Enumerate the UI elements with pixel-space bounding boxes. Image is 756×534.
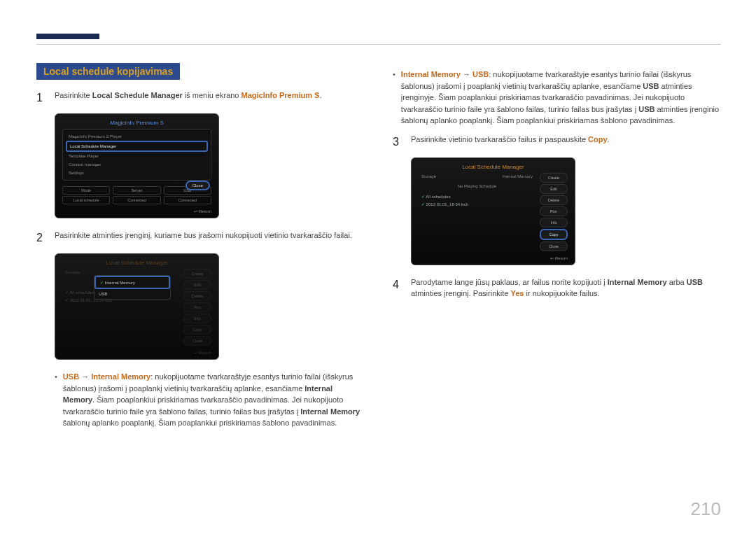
noplay: No Playing Schedule: [419, 180, 536, 192]
bullet-text: Internal Memory → USB: nukopijuotame tva…: [401, 69, 721, 127]
menu-item[interactable]: MagicInfo Premium S Player: [66, 132, 208, 141]
bullet-internal-to-usb: • Internal Memory → USB: nukopijuotame t…: [393, 69, 721, 127]
lsm-buttons: Create Edit Delete Run Info Copy Close: [183, 269, 211, 346]
right-column: • Internal Memory → USB: nukopijuotame t…: [393, 63, 721, 433]
menu-item[interactable]: Content manager: [66, 160, 208, 169]
status-head: Mode: [62, 186, 110, 195]
t: USB: [643, 82, 659, 90]
info-button[interactable]: Info: [183, 314, 211, 323]
create-button[interactable]: Create: [540, 173, 568, 183]
t: arba: [667, 278, 687, 286]
menu-item[interactable]: Template Player: [66, 152, 208, 160]
header-accent-bar: [36, 34, 99, 39]
bullet-dot: •: [55, 371, 57, 429]
menu-item[interactable]: Settings: [66, 169, 208, 177]
info-button[interactable]: Info: [540, 218, 568, 227]
storage-val: [175, 270, 176, 274]
panel-magicinfo: MagicInfo Premium S MagicInfo Premium S …: [55, 113, 219, 218]
bullet-text: USB → Internal Memory: nukopijuotame tva…: [63, 371, 365, 429]
run-button[interactable]: Run: [540, 206, 568, 216]
bullet-list: • USB → Internal Memory: nukopijuotame t…: [55, 371, 365, 429]
t: Parodytame lange jūsų paklaus, ar failus…: [411, 278, 608, 286]
t: Copy: [588, 135, 608, 143]
run-button[interactable]: Run: [183, 302, 211, 312]
panel-lsm-copy: Local Schedule Manager StorageInternal M…: [411, 157, 575, 265]
step-text: Parodytame lange jūsų paklaus, ar failus…: [411, 276, 721, 300]
bullet-list: • Internal Memory → USB: nukopijuotame t…: [393, 69, 721, 127]
delete-button[interactable]: Delete: [540, 195, 568, 205]
chk-all[interactable]: All schedules: [419, 192, 536, 200]
bullet-usb-to-internal: • USB → Internal Memory: nukopijuotame t…: [55, 371, 365, 429]
t: Internal Memory: [401, 70, 461, 78]
t: MagicInfo Premium S: [241, 91, 320, 99]
t: Internal Memory: [91, 372, 150, 381]
panel-lsm-storage: Local Schedule Manager Storage No … All …: [55, 253, 219, 360]
close-button[interactable]: Close: [540, 241, 568, 251]
step-text: Pasirinkite atminties įrenginį, kuriame …: [55, 230, 365, 246]
section-title: Local schedule kopijavimas: [36, 63, 180, 80]
dropdown-item-internal[interactable]: Internal Memory: [94, 276, 170, 289]
t: Internal Memory: [300, 407, 360, 416]
step-text: Pasirinkite Local Schedule Manager iš me…: [55, 90, 365, 106]
t: Internal Memory: [608, 278, 667, 286]
step-number: 3: [393, 134, 402, 150]
t: Pasirinkite vietinio tvarkaraščio failus…: [411, 135, 588, 143]
menu-box: MagicInfo Premium S Player Local Schedul…: [62, 129, 211, 181]
status-val: Connected: [164, 196, 211, 204]
t: .: [319, 91, 321, 99]
t: .: [608, 135, 610, 143]
copy-button[interactable]: Copy: [540, 229, 568, 240]
t: USB: [638, 105, 654, 113]
panel-title: Local Schedule Manager: [62, 260, 211, 266]
t: ir nukopijuokite failus.: [524, 289, 599, 297]
t: USB: [63, 372, 79, 381]
page-number: 210: [691, 498, 721, 520]
status-value-row: Local schedule Connected Connected: [62, 196, 211, 204]
t: atminties įrenginį. Pasirinkite: [411, 289, 510, 297]
return-label[interactable]: Return: [62, 209, 211, 213]
return-label[interactable]: Return: [419, 255, 568, 260]
t: →: [461, 70, 472, 78]
step-2: 2 Pasirinkite atminties įrenginį, kuriam…: [36, 230, 365, 246]
step-number: 1: [36, 90, 46, 106]
create-button[interactable]: Create: [183, 269, 211, 279]
panel-title: MagicInfo Premium S: [62, 120, 211, 126]
t: Yes: [510, 289, 524, 297]
lsm-buttons: Create Edit Delete Run Info Copy Close: [540, 173, 568, 251]
page-content: Local schedule kopijavimas 1 Pasirinkite…: [36, 63, 721, 433]
t: iš meniu ekrano: [183, 91, 241, 99]
storage-val: Internal Memory: [503, 174, 533, 178]
step-4: 4 Parodytame lange jūsų paklaus, ar fail…: [393, 276, 721, 300]
t: Local Schedule Manager: [92, 91, 183, 99]
t: USB: [472, 70, 489, 78]
step-1: 1 Pasirinkite Local Schedule Manager iš …: [36, 90, 365, 106]
t: →: [79, 372, 91, 381]
storage-dropdown: Internal Memory USB: [94, 275, 171, 300]
edit-button[interactable]: Edit: [183, 280, 211, 290]
header-rule: [36, 44, 721, 45]
status-val: Local schedule: [62, 196, 110, 204]
close-button[interactable]: Close: [183, 336, 211, 346]
delete-button[interactable]: Delete: [183, 291, 211, 301]
menu-item-selected[interactable]: Local Schedule Manager: [66, 141, 208, 152]
status-head: Server: [113, 186, 160, 195]
storage-label: Storage: [65, 270, 80, 274]
step-number: 2: [36, 230, 46, 246]
chk-file[interactable]: 2012.01.01_18:34.lsch: [419, 200, 536, 208]
lsm-left: StorageInternal Memory No Playing Schedu…: [419, 173, 536, 251]
t: šablonų aplanko poaplankį. Šiam poaplank…: [63, 419, 337, 427]
step-3: 3 Pasirinkite vietinio tvarkaraščio fail…: [393, 134, 721, 150]
close-button[interactable]: Close: [186, 181, 210, 190]
copy-button[interactable]: Copy: [183, 325, 211, 335]
t: Pasirinkite: [55, 91, 92, 99]
return-label[interactable]: Return: [62, 350, 211, 355]
bullet-dot: •: [393, 69, 396, 127]
status-val: Connected: [113, 196, 160, 204]
panel-title: Local Schedule Manager: [419, 164, 568, 170]
storage-label: Storage: [421, 174, 436, 178]
edit-button[interactable]: Edit: [540, 184, 568, 194]
t: USB: [687, 278, 703, 286]
step-number: 4: [393, 276, 402, 300]
left-column: Local schedule kopijavimas 1 Pasirinkite…: [36, 63, 365, 433]
dropdown-item-usb[interactable]: USB: [94, 289, 170, 299]
